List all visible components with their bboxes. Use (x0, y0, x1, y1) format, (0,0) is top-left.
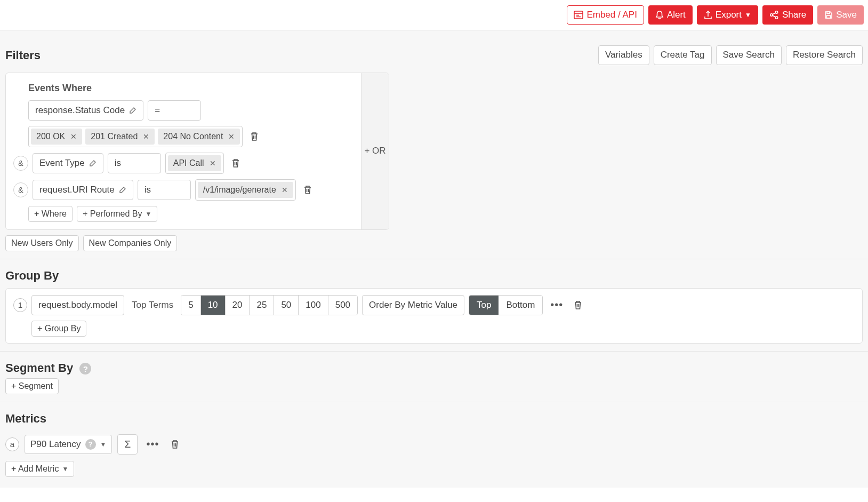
top-terms-option[interactable]: 20 (226, 296, 250, 315)
share-icon (769, 10, 779, 20)
group-by-row: 1 request.body.model Top Terms 5 10 20 2… (13, 295, 855, 315)
top-option[interactable]: Top (469, 296, 499, 315)
top-terms-option[interactable]: 100 (299, 296, 328, 315)
more-options-button[interactable]: ••• (143, 438, 162, 450)
filter-field[interactable]: Event Type (33, 153, 103, 173)
group-by-field[interactable]: request.body.model (31, 295, 124, 315)
alert-label: Alert (667, 10, 686, 20)
operator-label: = (155, 105, 160, 116)
filters-title: Filters (5, 49, 41, 62)
top-terms-option[interactable]: 50 (274, 296, 299, 315)
segment-by-title: Segment By ? (5, 361, 91, 375)
filter-values[interactable]: 200 OK ✕ 201 Created ✕ 204 No Content ✕ (28, 126, 243, 147)
delete-metric-button[interactable] (167, 437, 182, 452)
caret-down-icon: ▼ (146, 210, 152, 218)
more-options-button[interactable]: ••• (547, 299, 566, 311)
remove-icon[interactable]: ✕ (143, 132, 149, 141)
metric-index: a (5, 437, 19, 451)
operator-label: is (115, 158, 121, 169)
sigma-button[interactable]: Σ (117, 434, 138, 455)
group-by-header: Group By (5, 259, 863, 288)
remove-icon[interactable]: ✕ (70, 132, 77, 141)
filter-values[interactable]: API Call ✕ (165, 153, 224, 174)
group-by-block: 1 request.body.model Top Terms 5 10 20 2… (5, 288, 863, 344)
delete-group-by-button[interactable] (570, 298, 585, 313)
group-by-index: 1 (13, 298, 27, 312)
add-segment-button[interactable]: + Segment (5, 378, 59, 394)
export-button[interactable]: Export ▼ (697, 5, 758, 25)
filter-field[interactable]: request.URI Route (33, 180, 133, 200)
filter-field[interactable]: response.Status Code (28, 100, 143, 121)
add-where-button[interactable]: + Where (28, 206, 73, 222)
svg-line-8 (773, 15, 776, 17)
delete-filter-button[interactable] (247, 129, 262, 144)
add-or-button[interactable]: + OR (361, 73, 389, 229)
remove-icon[interactable]: ✕ (210, 159, 216, 168)
export-label: Export (716, 10, 742, 20)
filter-row: response.Status Code = (28, 100, 353, 121)
filter-value-token[interactable]: 204 No Content ✕ (158, 129, 240, 145)
help-icon[interactable]: ? (85, 439, 96, 450)
filter-value-token[interactable]: API Call ✕ (168, 155, 221, 171)
filter-row: & Event Type is API Call ✕ (13, 153, 353, 174)
svg-point-5 (775, 11, 777, 13)
caret-down-icon: ▼ (62, 465, 68, 473)
create-tag-button[interactable]: Create Tag (654, 45, 712, 65)
filter-value-token[interactable]: /v1/image/generate ✕ (198, 182, 293, 198)
add-performed-by-button[interactable]: + Performed By ▼ (77, 206, 158, 222)
order-by-select[interactable]: Order By Metric Value (362, 295, 464, 315)
filters-header: Filters Variables Create Tag Save Search… (5, 36, 863, 72)
top-toolbar: Embed / API Alert Export ▼ (0, 0, 868, 30)
help-icon[interactable]: ? (79, 363, 91, 374)
field-label: Event Type (39, 158, 85, 169)
new-companies-only-button[interactable]: New Companies Only (83, 235, 178, 251)
metrics-title: Metrics (5, 412, 46, 426)
field-label: request.URI Route (39, 185, 115, 195)
events-where-label: Events Where (28, 83, 353, 94)
field-label: response.Status Code (35, 105, 125, 116)
share-button[interactable]: Share (762, 5, 813, 25)
top-terms-option[interactable]: 500 (328, 296, 357, 315)
embed-icon (574, 11, 583, 19)
and-operator-chip[interactable]: & (13, 182, 28, 197)
filter-operator[interactable]: is (138, 180, 191, 200)
pencil-icon (89, 160, 97, 167)
bottom-option[interactable]: Bottom (499, 296, 542, 315)
filter-value-token[interactable]: 201 Created ✕ (85, 129, 155, 145)
export-icon (704, 10, 712, 20)
filter-operator[interactable]: = (148, 100, 201, 121)
top-terms-option[interactable]: 10 (201, 296, 226, 315)
filter-row: & request.URI Route is /v1/image/generat… (13, 179, 353, 201)
save-search-button[interactable]: Save Search (716, 45, 782, 65)
filter-values-row: 200 OK ✕ 201 Created ✕ 204 No Content ✕ (28, 126, 353, 147)
remove-icon[interactable]: ✕ (228, 132, 235, 141)
filter-operator[interactable]: is (108, 153, 161, 173)
metrics-header: Metrics (5, 402, 863, 430)
variables-button[interactable]: Variables (598, 45, 649, 65)
embed-api-label: Embed / API (586, 10, 637, 20)
filter-values[interactable]: /v1/image/generate ✕ (195, 179, 296, 201)
save-button[interactable]: Save (817, 5, 864, 25)
add-group-by-button[interactable]: + Group By (31, 321, 86, 337)
svg-rect-9 (827, 15, 831, 18)
svg-rect-10 (827, 12, 830, 14)
add-metric-button[interactable]: + Add Metric ▼ (5, 461, 74, 477)
alert-button[interactable]: Alert (648, 5, 693, 25)
delete-filter-button[interactable] (300, 182, 315, 197)
filter-value-token[interactable]: 200 OK ✕ (31, 129, 82, 145)
top-terms-option[interactable]: 5 (181, 296, 200, 315)
bell-icon (655, 10, 664, 20)
embed-api-button[interactable]: Embed / API (567, 5, 644, 25)
new-users-only-button[interactable]: New Users Only (5, 235, 79, 251)
operator-label: is (144, 185, 151, 195)
filter-add-row: + Where + Performed By ▼ (28, 206, 353, 222)
save-label: Save (836, 10, 857, 20)
caret-down-icon: ▼ (745, 11, 751, 19)
restore-search-button[interactable]: Restore Search (786, 45, 863, 65)
remove-icon[interactable]: ✕ (282, 186, 288, 194)
top-terms-option[interactable]: 25 (250, 296, 274, 315)
and-operator-chip[interactable]: & (13, 156, 28, 171)
delete-filter-button[interactable] (228, 156, 243, 171)
metric-select[interactable]: P90 Latency ? ▼ (25, 435, 112, 454)
group-by-title: Group By (5, 269, 59, 283)
